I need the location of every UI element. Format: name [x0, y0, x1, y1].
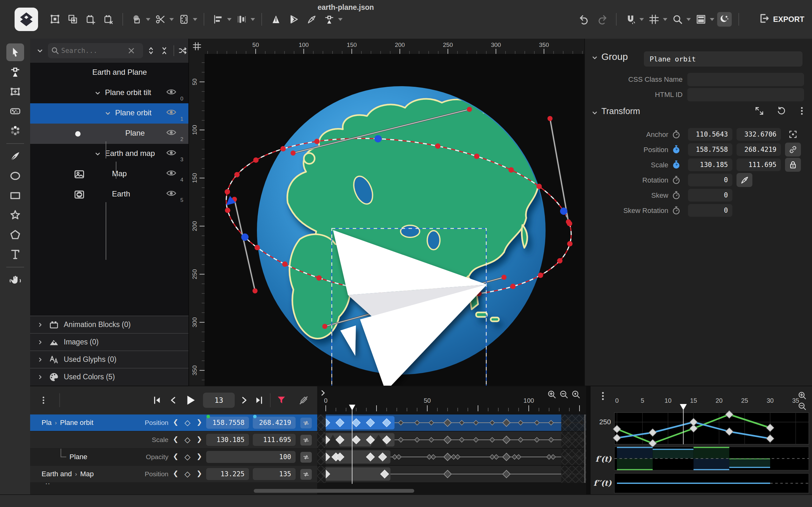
tracks-vertical-scrollbar[interactable]: [584, 414, 586, 483]
value-y-input[interactable]: 268.4219: [253, 417, 296, 429]
next-keyframe-icon[interactable]: ❯: [196, 435, 202, 444]
align-caret-icon[interactable]: [227, 18, 232, 21]
layer-expand-chevron-icon[interactable]: [94, 89, 102, 99]
next-keyframe-icon[interactable]: ❯: [196, 418, 202, 427]
toggle-keyframe-icon[interactable]: ◇: [185, 452, 190, 461]
path-keyframe-dot[interactable]: [253, 158, 258, 163]
link-icon[interactable]: [785, 143, 801, 157]
fill-stroke-caret-icon[interactable]: [146, 18, 150, 21]
flip-vertical-icon[interactable]: [269, 12, 283, 26]
css-class-input[interactable]: [687, 73, 804, 86]
distribute-caret-icon[interactable]: [251, 18, 255, 21]
path-major-keyframe-dot[interactable]: [241, 233, 249, 241]
canvas-viewport[interactable]: [205, 54, 584, 386]
layer-row-earth[interactable]: Earth5: [30, 184, 189, 205]
value-y-input[interactable]: 111.695: [253, 434, 296, 446]
rotation-x-input[interactable]: 0: [688, 174, 732, 186]
skew-rotation-x-input[interactable]: 0: [688, 204, 732, 217]
app-logo-icon[interactable]: [14, 8, 38, 31]
next-keyframe-icon[interactable]: ❯: [196, 452, 202, 461]
export-button[interactable]: EXPORT: [758, 0, 804, 39]
fit-transform-icon[interactable]: [754, 106, 766, 117]
path-keyframe-dot[interactable]: [282, 262, 288, 267]
fill-stroke-icon[interactable]: [130, 12, 144, 26]
anchor-y-input[interactable]: 332.6706: [737, 128, 781, 141]
skew-stopwatch-icon[interactable]: [671, 190, 681, 200]
layer-visibility-eye-icon[interactable]: 3: [165, 147, 180, 161]
section-used[interactable]: Used Colors (5): [30, 368, 189, 385]
snap-icon[interactable]: [623, 12, 638, 26]
value-x-input[interactable]: 13.225: [206, 468, 249, 480]
tangent-end-dot[interactable]: [502, 275, 507, 280]
position-stopwatch-icon[interactable]: [671, 145, 681, 155]
repeat-mode-icon[interactable]: [300, 418, 312, 429]
section-images[interactable]: Images (0): [30, 333, 189, 350]
ruler-grid-toggle-icon[interactable]: [189, 39, 205, 54]
value-input[interactable]: 100: [206, 451, 296, 463]
previous-keyframe-icon[interactable]: ❮: [173, 435, 179, 444]
path-keyframe-dot[interactable]: [281, 146, 286, 152]
curve-editor[interactable]: 05101520253035250f′(t)f′′(t): [591, 386, 812, 495]
path-keyframe-dot[interactable]: [225, 208, 230, 213]
smooth-path-icon[interactable]: [304, 12, 319, 26]
path-keyframe-dot[interactable]: [537, 184, 542, 189]
zoom-caret-icon[interactable]: [687, 18, 691, 21]
scale-x-input[interactable]: 130.185: [688, 158, 732, 171]
anchor-x-input[interactable]: 110.5643: [688, 128, 732, 141]
redo-icon[interactable]: [595, 12, 609, 26]
select-child-icon[interactable]: [66, 12, 80, 26]
text-tool-icon[interactable]: [6, 245, 24, 263]
repeat-mode-icon[interactable]: [300, 435, 312, 446]
toggle-keyframe-icon[interactable]: ◇: [185, 418, 190, 427]
scale-y-input[interactable]: 111.695: [737, 158, 781, 171]
toggle-keyframe-icon[interactable]: ◇: [185, 435, 190, 444]
section-animation[interactable]: Animation Blocks (0): [30, 316, 189, 333]
previous-keyframe-icon[interactable]: ❮: [173, 452, 179, 461]
previous-frame-button[interactable]: [166, 393, 181, 407]
align-icon[interactable]: [211, 12, 225, 26]
chevron-right-icon[interactable]: [37, 356, 44, 363]
timeline-horizontal-scrollbar[interactable]: [254, 489, 414, 493]
path-major-keyframe-dot[interactable]: [560, 208, 567, 215]
current-frame-input[interactable]: 13: [203, 393, 235, 408]
expand-all-icon[interactable]: [146, 45, 156, 56]
timeline-menu-kebab-icon[interactable]: [37, 393, 50, 407]
tangent-end-dot[interactable]: [252, 288, 258, 293]
snap-caret-icon[interactable]: [640, 18, 644, 21]
layer-row-earth-and-map[interactable]: Earth and map3: [30, 144, 189, 164]
layer-row-plane[interactable]: Plane2: [30, 124, 189, 144]
position-y-input[interactable]: 268.4219: [737, 143, 781, 156]
transform-section-chevron-icon[interactable]: [591, 109, 599, 117]
dark-mode-icon[interactable]: [717, 12, 732, 26]
layer-visibility-eye-icon[interactable]: 5: [165, 187, 180, 202]
shuffle-order-icon[interactable]: [177, 45, 188, 56]
value-x-input[interactable]: 130.185: [206, 434, 249, 446]
search-box[interactable]: [48, 43, 143, 58]
path-keyframe-dot[interactable]: [435, 144, 441, 149]
next-keyframe-icon[interactable]: ❯: [196, 469, 202, 478]
scale-stopwatch-icon[interactable]: [671, 160, 681, 170]
path-keyframe-dot[interactable]: [316, 275, 322, 281]
layer-row-map[interactable]: Map4: [30, 164, 189, 184]
reset-transform-icon[interactable]: [776, 106, 788, 117]
path-keyframe-dot[interactable]: [314, 139, 320, 144]
skew-rotation-stopwatch-icon[interactable]: [671, 205, 681, 216]
zoom-icon[interactable]: [670, 12, 685, 26]
previous-keyframe-icon[interactable]: ❮: [173, 469, 179, 478]
grid-icon[interactable]: [647, 12, 661, 26]
layer-row-plane-orbit[interactable]: Plane orbit1: [30, 103, 189, 124]
tangent-end-dot[interactable]: [548, 116, 553, 121]
chevron-right-icon[interactable]: [37, 373, 44, 381]
pen-tool-icon[interactable]: [6, 147, 24, 165]
lock-icon[interactable]: [785, 158, 801, 172]
chevron-right-icon[interactable]: [37, 338, 44, 346]
undo-icon[interactable]: [577, 12, 592, 26]
layer-visibility-eye-icon[interactable]: 1: [165, 107, 180, 120]
distribute-icon[interactable]: [235, 12, 249, 26]
grid-caret-icon[interactable]: [663, 18, 667, 21]
layer-expand-chevron-icon[interactable]: [94, 150, 102, 160]
value-y-input[interactable]: 135: [253, 468, 296, 480]
path-keyframe-dot[interactable]: [224, 189, 230, 194]
section-used[interactable]: Used Glyphs (0): [30, 350, 189, 368]
toggle-keyframe-icon[interactable]: ◇: [185, 469, 190, 478]
